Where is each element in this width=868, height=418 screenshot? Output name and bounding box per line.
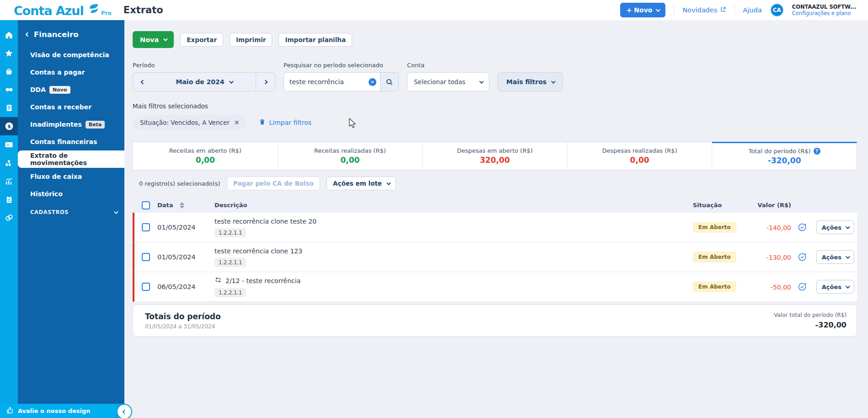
acoes-button[interactable]: Ações [816,280,854,294]
card-total-do-periodo[interactable]: Total do período (R$) ? -320,00 [712,142,857,170]
card-icon[interactable] [0,135,18,154]
comment-icon[interactable] [798,223,807,232]
basket-icon[interactable] [0,62,18,80]
link-icon[interactable] [0,209,18,227]
previous-period-button[interactable] [133,73,152,91]
card-despesas-realizadas[interactable]: Despesas realizadas (R$) 0,00 [568,142,713,170]
search-button[interactable] [380,73,398,91]
chart-icon[interactable] [0,172,18,190]
clear-search-icon[interactable]: ✕ [369,78,376,86]
situacao-filter-chip[interactable]: Situação: Vencidos, A Vencer ✕ [133,115,247,130]
exportar-button[interactable]: Exportar [180,33,223,47]
sidebar-item-visao-de-competencia[interactable]: Visão de competência [18,46,124,64]
totals-card: Totais do período 01/05/2024 a 31/05/202… [133,305,857,337]
column-descricao: Descrição [214,202,693,209]
invoice-icon[interactable] [0,99,18,117]
ajuda-link[interactable]: Ajuda [743,6,762,14]
novo-button[interactable]: + Novo [620,3,666,17]
selected-count: 0 registro(s) selecionado(s) [139,180,220,187]
importar-planilha-button[interactable]: Importar planilha [279,33,352,47]
sidebar-item-fluxo-de-caixa[interactable]: Fluxo de caixa [18,168,124,185]
pagar-ca-de-bolso-button[interactable]: Pagar pelo CA de Bolso [227,177,320,190]
avatar[interactable]: CA [770,3,784,17]
card-receitas-em-aberto[interactable]: Receitas em aberto (R$) 0,00 [133,142,278,170]
comment-icon[interactable] [798,282,807,291]
sidebar-item-extrato-de-movimentacoes[interactable]: Extrato de movimentações [18,150,124,168]
row-description[interactable]: 2/12 - teste recorrência [214,276,693,285]
card-despesas-em-aberto[interactable]: Despesas em aberto (R$) 320,00 [423,142,568,170]
home-icon[interactable] [0,26,18,44]
sidebar-collapse-button[interactable] [117,404,132,418]
star-icon[interactable] [0,44,18,62]
row-description[interactable]: teste recorrência clone 123 [214,247,693,255]
sidebar-item-dda[interactable]: DDA Novo [18,81,124,98]
team-icon[interactable] [0,154,18,172]
search-box: ✕ [284,72,399,91]
trash-icon [259,118,266,127]
novo-button-label: + Novo [627,6,653,14]
remove-chip-icon[interactable]: ✕ [234,119,240,126]
contaazul-logo[interactable]: ContaAzul Pro [14,3,112,17]
periodo-label: Período [133,62,275,69]
acoes-button[interactable]: Ações [816,220,854,234]
novo-badge: Novo [49,86,70,94]
next-period-button[interactable] [256,73,275,91]
card-label: Total do período (R$) [749,148,811,155]
account-menu[interactable]: CONTAAZUL SOFTW... Configurações e plano [792,4,856,17]
sort-icon[interactable] [180,202,184,209]
totals-range: 01/05/2024 a 31/05/2024 [145,323,221,330]
sidebar-item-label: Contas a pagar [30,69,85,76]
sidebar-item-label: Fluxo de caixa [30,173,82,180]
chip-label: Situação: Vencidos, A Vencer [140,119,230,126]
novidades-link[interactable]: Novidades [682,6,726,14]
row-checkbox[interactable] [142,253,150,261]
conta-select[interactable]: Selecionar todas [407,72,489,91]
chevron-down-icon [163,37,168,41]
conta-value: Selecionar todas [414,78,465,86]
sidebar-item-label: Contas financeiras [30,138,97,145]
comment-icon[interactable] [798,252,807,262]
sidebar-section-cadastros[interactable]: CADASTROS [18,209,124,215]
sidebar-item-contas-a-pagar[interactable]: Contas a pagar [18,64,124,81]
sidebar-back-financeiro[interactable]: Financeiro [18,27,124,46]
novidades-label: Novidades [682,6,717,14]
row-checkbox[interactable] [142,283,150,291]
mais-filtros-label: Mais filtros [506,78,547,86]
periodo-dropdown[interactable]: Maio de 2024 [152,73,256,91]
clipboard-icon[interactable] [0,190,18,209]
mais-filtros-button[interactable]: Mais filtros [498,72,563,91]
imprimir-button[interactable]: Imprimir [230,33,272,47]
search-input[interactable] [284,73,369,91]
nova-label: Nova [140,36,159,43]
card-label: Despesas realizadas (R$) [602,147,677,154]
nova-button[interactable]: Nova [133,31,174,48]
sidebar-item-inadimplentes[interactable]: Inadimplentes Beta [18,116,124,133]
column-data: Data [157,202,173,209]
cadastros-label: CADASTROS [30,209,69,215]
select-all-checkbox[interactable] [142,201,150,209]
account-settings-link[interactable]: Configurações e plano [792,10,856,16]
chevron-down-icon [386,181,391,185]
sidebar-item-historico[interactable]: Histórico [18,185,124,203]
search-group: Pesquisar no período selecionado ✕ [284,62,399,91]
row-checkbox[interactable] [142,223,150,231]
handshake-icon[interactable] [0,80,18,99]
category-tag: 1.2.2.1.1 [214,258,246,267]
limpar-filtros-link[interactable]: Limpar filtros [259,118,312,127]
finance-dollar-icon[interactable]: $ [0,117,18,135]
status-badge: Em Aberto [693,252,736,263]
sidebar-item-label: Contas a receber [30,103,91,111]
card-receitas-realizadas[interactable]: Receitas realizadas (R$) 0,00 [278,142,423,170]
acoes-button[interactable]: Ações [816,250,854,264]
help-icon[interactable]: ? [814,148,820,155]
sidebar-item-contas-financeiras[interactable]: Contas financeiras [18,133,124,150]
acoes-em-lote-button[interactable]: Ações em lote [327,177,396,190]
app: ContaAzul Pro Extrato + Novo Novidades A… [0,0,868,418]
rate-design-bar[interactable]: Avalie o nosso design [0,404,124,418]
logo-text-azul: Azul [56,5,84,17]
recurrence-icon [214,276,222,285]
logo-pro-label: Pro [101,10,112,16]
row-value: -130,00 [766,254,791,261]
sidebar-item-contas-a-receber[interactable]: Contas a receber [18,98,124,116]
row-description[interactable]: teste recorrência clone teste 20 [214,218,693,225]
